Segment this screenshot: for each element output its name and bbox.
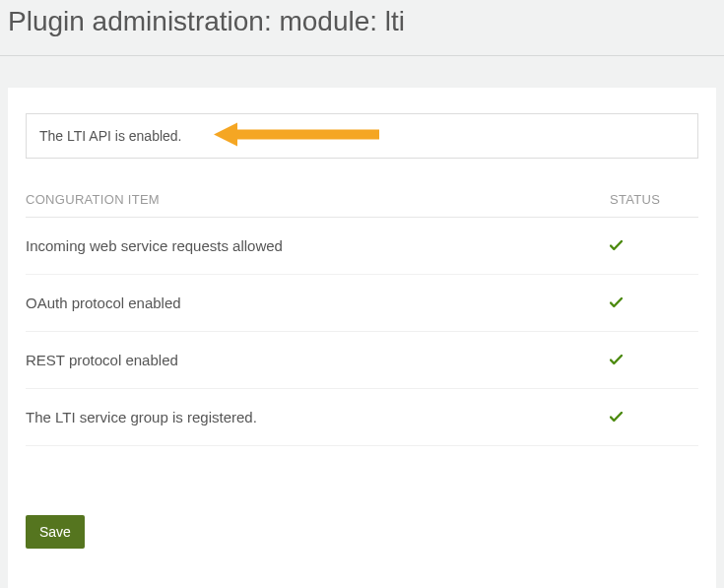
config-item-label: REST protocol enabled (26, 332, 610, 389)
table-row: REST protocol enabled (26, 332, 698, 389)
column-header-status: Status (610, 182, 698, 218)
alert-text: The LTI API is enabled. (39, 128, 182, 144)
svg-marker-0 (214, 123, 379, 147)
table-row: The LTI service group is registered. (26, 389, 698, 446)
page-header: Plugin administration: module: lti (0, 0, 724, 56)
table-row: Incoming web service requests allowed (26, 218, 698, 275)
check-icon (610, 352, 623, 368)
arrow-annotation-icon (214, 122, 381, 151)
status-alert: The LTI API is enabled. (26, 113, 698, 159)
column-header-item: Conguration item (26, 182, 610, 218)
save-button[interactable]: Save (26, 515, 85, 549)
content-panel: The LTI API is enabled. Conguration item… (8, 88, 716, 588)
config-item-label: OAuth protocol enabled (26, 275, 610, 332)
check-icon (610, 294, 623, 311)
check-icon (610, 237, 623, 254)
configuration-table: Conguration item Status Incoming web ser… (26, 182, 698, 446)
config-item-status (610, 332, 698, 389)
config-item-label: The LTI service group is registered. (26, 389, 610, 446)
page-title: Plugin administration: module: lti (8, 6, 716, 37)
config-item-label: Incoming web service requests allowed (26, 218, 610, 275)
config-item-status (610, 275, 698, 332)
config-item-status (610, 389, 698, 446)
table-row: OAuth protocol enabled (26, 275, 698, 332)
check-icon (610, 409, 623, 425)
config-item-status (610, 218, 698, 275)
